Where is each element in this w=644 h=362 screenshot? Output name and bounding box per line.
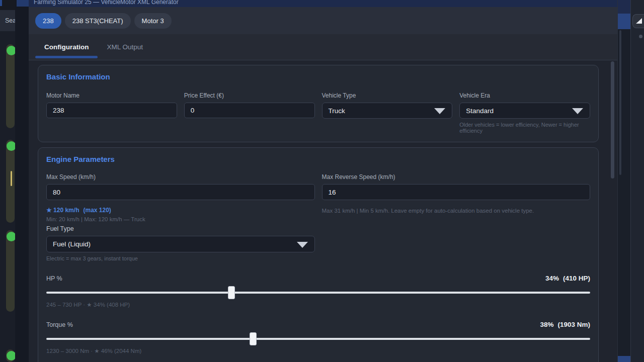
content-scrollbar-thumb[interactable]: [611, 61, 614, 178]
chevron-down-icon: [572, 108, 583, 114]
price-effect-input[interactable]: [184, 103, 315, 118]
vehicle-thumb-detail: [11, 171, 12, 186]
vehicle-era-select[interactable]: Standard: [459, 103, 590, 119]
max-reverse-speed-hint: Max 31 km/h | Min 5 km/h. Leave empty fo…: [322, 208, 591, 214]
max-reverse-speed-field-group: Max Reverse Speed (km/h) Max 31 km/h | M…: [322, 173, 591, 261]
send-arrow-button[interactable]: [632, 14, 644, 28]
vehiclemotor-generator-window: Farming Simulator 25 — VehicleMotor XML …: [29, 0, 617, 362]
motor-name-label: Motor Name: [46, 92, 177, 99]
engine-parameters-card: Engine Parameters Max Speed (km/h) ★ 120…: [38, 147, 599, 362]
motor-name-input[interactable]: [46, 103, 177, 118]
background-scrollbar[interactable]: [617, 0, 630, 362]
background-scrollbar-top: [618, 0, 630, 14]
torque-slider-detail: (1903 Nm): [557, 321, 590, 328]
torque-slider-row: Torque % 38% (1903 Nm) 1230 – 3000 Nm · …: [46, 321, 590, 354]
background-app-right: [630, 0, 644, 362]
torque-slider-track: [46, 338, 590, 340]
chevron-down-icon: [434, 108, 445, 114]
vehicle-type-field-group: Vehicle Type Truck: [322, 92, 453, 134]
max-speed-star-max: (max 120): [83, 207, 111, 214]
torque-slider-hint: 1230 – 3000 Nm · ★ 46% (2044 Nm): [46, 347, 590, 354]
hp-slider-hint: 245 – 730 HP · ★ 34% (408 HP): [46, 301, 590, 308]
torque-slider-percent: 38%: [540, 321, 553, 328]
fuel-type-select[interactable]: Fuel (Liquid): [46, 236, 315, 252]
hp-slider-track: [46, 292, 590, 294]
hp-slider-percent: 34%: [545, 275, 559, 282]
vehicle-era-field-group: Vehicle Era Standard Older vehicles = lo…: [459, 92, 590, 134]
send-arrow-icon: [635, 17, 643, 25]
motor-tab-strip: 238 238 ST3(CHEAT) Motor 3: [29, 7, 617, 34]
max-speed-field-group: Max Speed (km/h) ★ 120 km/h (max 120) Mi…: [46, 173, 315, 261]
hp-slider-label: HP %: [46, 275, 62, 282]
price-effect-label: Price Effect (€): [184, 92, 315, 99]
background-app-top: [0, 0, 15, 10]
max-speed-range-hint: Min: 20 km/h | Max: 120 km/h — Truck: [46, 216, 315, 222]
vehicle-list-item: [6, 230, 15, 312]
motor-tab-motor-3[interactable]: Motor 3: [134, 13, 172, 29]
max-speed-star-hint: ★ 120 km/h (max 120): [46, 207, 315, 214]
background-dot: [639, 35, 642, 38]
hp-slider-value: 34% (410 HP): [545, 275, 590, 282]
vehicle-era-label: Vehicle Era: [459, 92, 590, 99]
tab-xml-output[interactable]: XML Output: [98, 34, 152, 60]
fuel-type-hint: Electric = max 3 gears, instant torque: [46, 255, 315, 261]
torque-slider-thumb[interactable]: [250, 332, 257, 345]
background-accent: [0, 0, 2, 6]
motor-name-field-group: Motor Name: [46, 92, 177, 134]
motor-tab-238[interactable]: 238: [35, 13, 61, 29]
motor-tab-238-st3-cheat[interactable]: 238 ST3(CHEAT): [65, 13, 131, 29]
vehicle-era-hint: Older vehicles = lower efficiency, Newer…: [459, 122, 590, 134]
configuration-panel: Basic Information Motor Name Price Effec…: [29, 61, 617, 362]
tab-configuration-label: Configuration: [44, 43, 89, 51]
max-speed-star-value: ★ 120 km/h: [46, 207, 79, 214]
price-effect-field-group: Price Effect (€): [184, 92, 315, 134]
window-titlebar: Farming Simulator 25 — VehicleMotor XML …: [29, 0, 617, 7]
vehicle-type-select[interactable]: Truck: [322, 103, 453, 119]
max-reverse-speed-input[interactable]: [322, 184, 591, 200]
fuel-type-value: Fuel (Liquid): [53, 240, 91, 248]
background-titlebar-sliver: [17, 0, 29, 7]
background-gap: [15, 0, 29, 362]
vehicle-list-item: [6, 44, 15, 128]
background-search-label: Sea: [5, 17, 16, 24]
basic-information-heading: Basic Information: [46, 72, 590, 81]
tab-xml-output-label: XML Output: [107, 43, 143, 51]
background-scrollbar-bottom: [618, 356, 630, 362]
fuel-type-label: Fuel Type: [46, 225, 315, 232]
view-tabbar: Configuration XML Output: [29, 34, 617, 60]
vehicle-type-value: Truck: [329, 107, 345, 115]
torque-slider-label: Torque %: [46, 321, 73, 328]
engine-parameters-heading: Engine Parameters: [46, 155, 590, 163]
max-reverse-speed-label: Max Reverse Speed (km/h): [322, 173, 591, 180]
vehicle-era-value: Standard: [466, 107, 494, 115]
hp-slider-detail: (410 HP): [563, 275, 590, 282]
hp-slider-row: HP % 34% (410 HP) 245 – 730 HP · ★ 34% (…: [46, 275, 590, 308]
basic-information-card: Basic Information Motor Name Price Effec…: [38, 65, 599, 142]
torque-slider-value: 38% (1903 Nm): [540, 321, 590, 328]
background-scrollbar-track: [619, 30, 621, 175]
active-tab-underline: [35, 56, 98, 58]
torque-slider[interactable]: [46, 332, 590, 345]
background-app-left: [0, 0, 15, 362]
hp-slider-thumb[interactable]: [228, 286, 235, 299]
vehicle-type-label: Vehicle Type: [322, 92, 453, 99]
max-speed-label: Max Speed (km/h): [46, 173, 315, 180]
tab-configuration[interactable]: Configuration: [35, 34, 98, 60]
window-title: Farming Simulator 25 — VehicleMotor XML …: [34, 0, 179, 6]
hp-slider[interactable]: [46, 286, 590, 299]
background-scrollbar-thumb[interactable]: [618, 14, 630, 29]
chevron-down-icon: [297, 242, 308, 248]
max-speed-input[interactable]: [46, 184, 315, 200]
